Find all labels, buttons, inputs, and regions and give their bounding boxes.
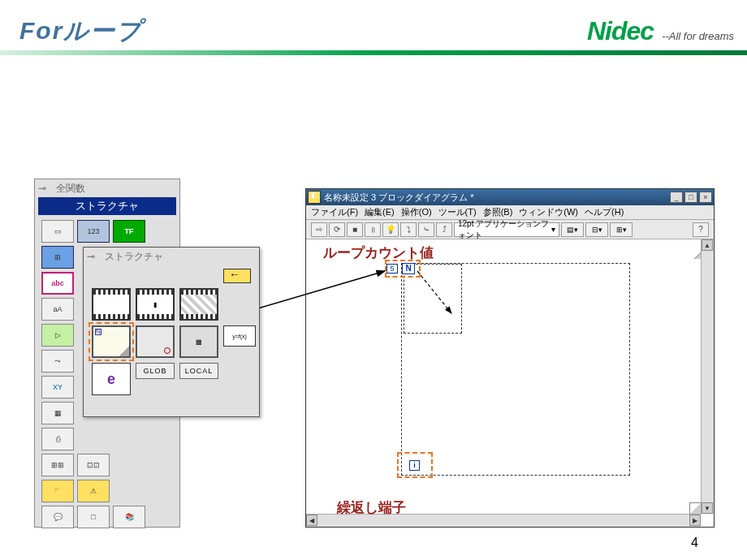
highlight-button[interactable]: 💡 [382,222,399,237]
palette-item-warn[interactable]: ⚠ [77,480,110,502]
sequence-icon[interactable] [92,288,131,321]
brand-logo: Nidec --All for dreams [587,16,734,46]
palette-item-blank[interactable]: □ [77,506,110,528]
menu-tool[interactable]: ツール(T) [438,206,477,218]
distribute-tool[interactable]: ⊟▾ [585,222,608,237]
stop-button[interactable]: ■ [347,222,363,237]
scroll-left-button[interactable]: ◀ [306,515,317,526]
numeric-constant[interactable]: 5 [386,264,398,274]
palette-item-compare[interactable]: ▷ [41,324,74,347]
menu-edit[interactable]: 編集(E) [365,206,395,218]
for-loop-icon[interactable]: N [92,325,131,358]
menu-help[interactable]: ヘルプ(H) [585,206,624,218]
palette-item-timing[interactable]: ⤳ [41,350,74,373]
palette-empty [113,428,145,450]
palette-item-file[interactable]: 📁 [41,480,74,502]
palette-item-boolean[interactable]: TF [113,220,145,243]
maximize-button[interactable]: □ [684,192,697,203]
menu-browse[interactable]: 参照(B) [483,206,513,218]
palette-item-array[interactable]: aA [41,298,74,321]
window-title: 名称未設定 3 ブロックダイアグラム * [324,192,670,204]
palette-item-net[interactable]: ⊞⊞ [41,454,74,476]
step-over-button[interactable]: ⤷ [418,222,434,237]
palette-item-cluster[interactable]: ⊞ [41,246,74,269]
palette-item-xy[interactable]: XY [41,376,74,398]
palette-item-io[interactable]: ⎙ [41,428,74,450]
canvas-fold-icon [689,502,701,514]
pause-button[interactable]: ॥ [365,222,381,237]
formula-node-icon[interactable]: y=f(x) [223,325,256,347]
minimize-button[interactable]: _ [670,192,683,203]
local-button[interactable]: LOCAL [179,363,218,379]
pin-icon[interactable]: ⊸ [87,251,105,262]
palette-item-structures[interactable]: ▭ [41,220,74,243]
align-tool[interactable]: ▤▾ [561,222,584,237]
logo-text: Nidec [587,16,654,46]
step-button[interactable]: ⤵ [400,222,417,237]
stacked-sequence-icon[interactable]: ▮ [136,288,175,321]
while-loop-icon[interactable] [136,325,175,358]
menu-window[interactable]: ウィンドウ(W) [519,206,578,218]
step-out-button[interactable]: ⤴ [436,222,452,237]
palette-empty [113,454,145,476]
reorder-tool[interactable]: ⊞▾ [610,222,633,237]
pin-icon[interactable]: ⊸ [38,183,56,194]
case-icon[interactable]: ▩ [179,325,218,358]
subpalette-header-label: ストラクチャ [105,250,163,264]
run-button[interactable]: ⇨ [311,222,327,237]
palette-item-dialog[interactable]: 💬 [41,506,74,528]
scroll-right-button[interactable]: ▶ [689,515,701,526]
palette-item-digital[interactable]: ⊡⊡ [77,454,110,476]
run-continuous-button[interactable]: ⟳ [329,222,345,237]
menu-file[interactable]: ファイル(F) [311,206,358,218]
event-icon[interactable]: e [92,363,131,395]
logo-tagline: --All for dreams [662,30,734,42]
vi-icon: ◧ [308,191,321,204]
palette-empty [113,480,145,502]
palette-item-numeric[interactable]: 123 [77,220,110,243]
vertical-scrollbar[interactable]: ▲ ▼ [701,239,714,514]
palette-category-label: ストラクチャ [38,197,176,215]
structures-subpalette[interactable]: ⊸ ストラクチャ ▮ N ▩ e GLOB LOCAL y=f(x) [83,247,260,417]
palette-empty [77,428,110,450]
palette-item-library[interactable]: 📚 [113,506,145,528]
global-button[interactable]: GLOB [136,363,175,379]
page-number: 4 [691,536,698,550]
font-selector[interactable]: 12pt アプリケーションフォント▾ [454,222,559,237]
scroll-down-button[interactable]: ▼ [702,502,713,514]
palette-item-string[interactable]: abc [41,272,74,295]
scroll-up-button[interactable]: ▲ [702,239,713,251]
repeat-terminal-label: 繰返し端子 [337,498,406,517]
back-button[interactable] [223,269,251,283]
palette-header-label: 全関数 [56,182,85,196]
n-terminal[interactable]: N [402,263,415,274]
close-button[interactable]: × [699,192,712,203]
flat-sequence-icon[interactable] [179,288,218,321]
palette-item-application[interactable]: ▦ [41,402,74,424]
window-titlebar[interactable]: ◧ 名称未設定 3 ブロックダイアグラム * _ □ × [306,189,714,205]
menu-operate[interactable]: 操作(O) [401,206,432,218]
toolbar: ⇨ ⟳ ■ ॥ 💡 ⤵ ⤷ ⤴ 12pt アプリケーションフォント▾ ▤▾ ⊟▾… [306,220,714,239]
i-terminal[interactable]: i [409,460,420,471]
help-button[interactable]: ? [693,222,709,237]
